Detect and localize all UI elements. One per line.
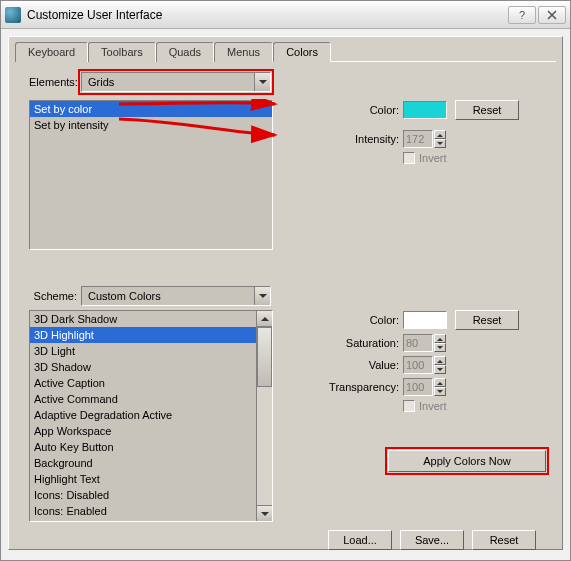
- list-item[interactable]: 3D Light: [30, 343, 272, 359]
- close-icon: [547, 10, 557, 20]
- load-button[interactable]: Load...: [328, 530, 392, 550]
- chevron-down-icon: [254, 73, 270, 91]
- scroll-down-button[interactable]: [257, 505, 272, 521]
- tab-content: Elements: Grids Set by color: [15, 61, 556, 550]
- window-title: Customize User Interface: [27, 8, 508, 22]
- elements-value: Grids: [82, 76, 120, 88]
- invert-checkbox[interactable]: Invert: [403, 152, 447, 164]
- list-item[interactable]: Adaptive Degradation Active: [30, 407, 272, 423]
- list-item[interactable]: App Workspace: [30, 423, 272, 439]
- chevron-down-icon: [254, 287, 270, 305]
- checkbox-box: [403, 152, 415, 164]
- scheme-label: Scheme:: [29, 290, 81, 302]
- saturation-spinner[interactable]: [403, 334, 446, 352]
- value-value[interactable]: [403, 356, 433, 374]
- reset-button[interactable]: Reset: [472, 530, 536, 550]
- transparency-spinner[interactable]: [403, 378, 446, 396]
- list-item[interactable]: Background: [30, 455, 272, 471]
- scheme-listbox[interactable]: 3D Dark Shadow3D Highlight3D Light3D Sha…: [29, 310, 273, 522]
- tabstrip: Keyboard Toolbars Quads Menus Colors: [15, 41, 562, 61]
- intensity-spinner[interactable]: [403, 130, 446, 148]
- intensity-label: Intensity:: [283, 133, 403, 145]
- list-item[interactable]: Set by color: [30, 101, 272, 117]
- value-label: Value:: [283, 359, 403, 371]
- apply-colors-button[interactable]: Apply Colors Now: [388, 450, 546, 472]
- tab-colors[interactable]: Colors: [273, 42, 331, 62]
- value-spinner[interactable]: [403, 356, 446, 374]
- spinner-down-icon[interactable]: [434, 343, 446, 352]
- list-item[interactable]: Item Highlight: [30, 519, 272, 522]
- tab-menus[interactable]: Menus: [214, 42, 273, 62]
- saturation-label: Saturation:: [283, 337, 403, 349]
- checkbox-box: [403, 400, 415, 412]
- scheme-value: Custom Colors: [82, 290, 167, 302]
- saturation-value[interactable]: [403, 334, 433, 352]
- color-swatch[interactable]: [403, 101, 447, 119]
- list-item[interactable]: Set by intensity: [30, 117, 272, 133]
- elements-label: Elements:: [29, 76, 81, 88]
- intensity-value[interactable]: [403, 130, 433, 148]
- list-item[interactable]: 3D Shadow: [30, 359, 272, 375]
- app-icon: [5, 7, 21, 23]
- transparency-label: Transparency:: [283, 381, 403, 393]
- list-item[interactable]: Active Caption: [30, 375, 272, 391]
- color-label: Color:: [283, 104, 403, 116]
- reset-color-button[interactable]: Reset: [455, 100, 519, 120]
- spinner-down-icon[interactable]: [434, 387, 446, 396]
- tab-quads[interactable]: Quads: [156, 42, 214, 62]
- list-item[interactable]: Auto Key Button: [30, 439, 272, 455]
- elements-listbox[interactable]: Set by color Set by intensity: [29, 100, 273, 250]
- help-button[interactable]: ?: [508, 6, 536, 24]
- titlebar: Customize User Interface ?: [1, 1, 570, 29]
- tab-toolbars[interactable]: Toolbars: [88, 42, 156, 62]
- reset-color-button2[interactable]: Reset: [455, 310, 519, 330]
- scrollbar[interactable]: [256, 311, 272, 521]
- elements-dropdown[interactable]: Grids: [81, 72, 271, 92]
- list-item[interactable]: Icons: Disabled: [30, 487, 272, 503]
- list-item[interactable]: Highlight Text: [30, 471, 272, 487]
- spinner-up-icon[interactable]: [434, 334, 446, 343]
- transparency-value[interactable]: [403, 378, 433, 396]
- list-item[interactable]: Icons: Enabled: [30, 503, 272, 519]
- invert-checkbox2[interactable]: Invert: [403, 400, 447, 412]
- dialog-panel: Keyboard Toolbars Quads Menus Colors Ele…: [8, 36, 563, 550]
- spinner-up-icon[interactable]: [434, 378, 446, 387]
- scroll-thumb[interactable]: [257, 327, 272, 387]
- tab-keyboard[interactable]: Keyboard: [15, 42, 88, 62]
- list-item[interactable]: 3D Highlight: [30, 327, 272, 343]
- scroll-track[interactable]: [257, 327, 272, 505]
- list-item[interactable]: 3D Dark Shadow: [30, 311, 272, 327]
- invert-label: Invert: [419, 152, 447, 164]
- spinner-up-icon[interactable]: [434, 130, 446, 139]
- spinner-up-icon[interactable]: [434, 356, 446, 365]
- scroll-up-button[interactable]: [257, 311, 272, 327]
- save-button[interactable]: Save...: [400, 530, 464, 550]
- spinner-down-icon[interactable]: [434, 365, 446, 374]
- window: Customize User Interface ? Keyboard Tool…: [0, 0, 571, 561]
- close-button[interactable]: [538, 6, 566, 24]
- color-label2: Color:: [283, 314, 403, 326]
- list-item[interactable]: Active Command: [30, 391, 272, 407]
- color-swatch2[interactable]: [403, 311, 447, 329]
- invert-label2: Invert: [419, 400, 447, 412]
- spinner-down-icon[interactable]: [434, 139, 446, 148]
- scheme-dropdown[interactable]: Custom Colors: [81, 286, 271, 306]
